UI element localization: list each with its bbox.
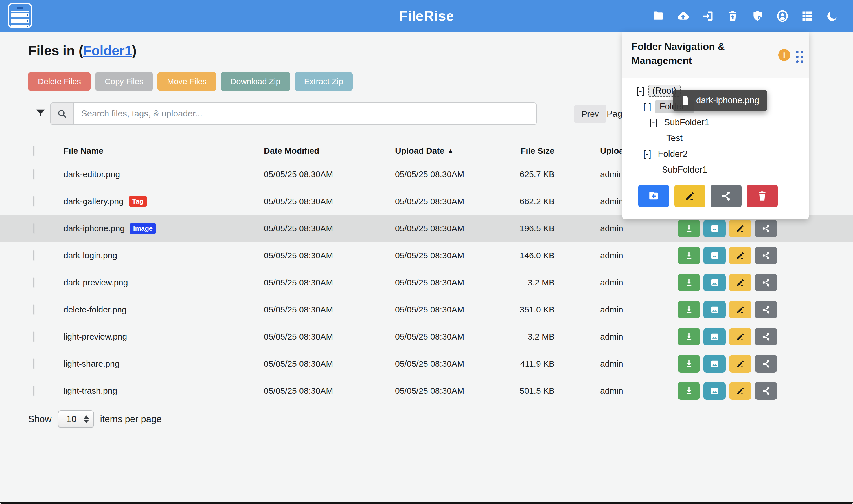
rename-folder-button[interactable] (674, 185, 706, 207)
rename-file-button[interactable] (729, 220, 751, 237)
share-file-button[interactable] (755, 247, 777, 264)
current-folder-link[interactable]: Folder1 (83, 43, 132, 58)
table-row[interactable]: light-trash.png 05/05/25 08:30AM 05/05/2… (0, 377, 853, 404)
table-row[interactable]: light-preview.png 05/05/25 08:30AM 05/05… (0, 323, 853, 350)
items-per-page-select[interactable]: 10 (58, 410, 94, 428)
row-checkbox[interactable] (33, 250, 34, 260)
row-checkbox[interactable] (33, 385, 34, 396)
uploader-cell: admin (600, 251, 623, 260)
tree-item-subfolder1[interactable]: [-] SubFolder1 (622, 114, 809, 130)
tree-item-folder2[interactable]: [-] Folder2 (622, 146, 809, 162)
date-modified-cell: 05/05/25 08:30AM (264, 197, 333, 206)
column-header-date-modified[interactable]: Date Modified (264, 146, 319, 156)
tree-toggle[interactable]: [-] (650, 117, 657, 127)
rename-file-button[interactable] (729, 301, 751, 319)
download-file-button[interactable] (678, 301, 700, 319)
rename-file-button[interactable] (729, 328, 751, 345)
file-icon (681, 95, 691, 106)
download-file-button[interactable] (678, 355, 700, 373)
download-file-button[interactable] (678, 220, 700, 237)
rename-file-button[interactable] (729, 382, 751, 400)
select-all-checkbox[interactable] (33, 146, 34, 156)
row-checkbox[interactable] (33, 277, 34, 288)
share-file-button[interactable] (755, 274, 777, 291)
page-title-suffix: ) (132, 43, 137, 58)
apps-grid-icon[interactable] (801, 10, 814, 22)
move-files-button[interactable]: Move Files (157, 72, 216, 91)
tree-toggle[interactable]: [-] (643, 102, 651, 112)
row-checkbox[interactable] (33, 358, 34, 369)
sign-in-icon[interactable] (702, 10, 714, 22)
delete-folder-button[interactable] (747, 185, 778, 207)
create-folder-button[interactable] (638, 185, 669, 207)
date-modified-cell: 05/05/25 08:30AM (264, 251, 333, 260)
admin-shield-icon[interactable] (751, 10, 764, 22)
tree-label[interactable]: SubFolder1 (661, 116, 712, 128)
share-file-button[interactable] (755, 301, 777, 319)
preview-image-button[interactable] (704, 382, 726, 400)
column-header-file-name[interactable]: File Name (64, 146, 104, 156)
search-input[interactable] (73, 102, 537, 125)
folder-icon[interactable] (652, 10, 664, 22)
share-file-button[interactable] (755, 220, 777, 237)
download-file-button[interactable] (678, 382, 700, 400)
rename-file-button[interactable] (729, 247, 751, 264)
tree-label[interactable]: SubFolder1 (659, 164, 710, 176)
download-file-button[interactable] (678, 328, 700, 345)
uploader-cell: admin (600, 224, 623, 233)
table-row[interactable]: delete-folder.png 05/05/25 08:30AM 05/05… (0, 296, 853, 323)
row-checkbox[interactable] (33, 196, 34, 206)
preview-image-button[interactable] (704, 247, 726, 264)
header-icon-row (652, 0, 838, 32)
file-name-cell: light-preview.png (64, 332, 127, 342)
user-icon[interactable] (776, 10, 789, 22)
rename-file-button[interactable] (729, 355, 751, 373)
file-size-cell: 411.9 KB (457, 359, 554, 368)
row-checkbox[interactable] (33, 223, 34, 234)
table-row[interactable]: dark-preview.png 05/05/25 08:30AM 05/05/… (0, 269, 853, 296)
share-file-button[interactable] (755, 328, 777, 345)
search-group (50, 102, 537, 125)
upload-date-cell: 05/05/25 08:30AM (395, 169, 464, 179)
row-checkbox[interactable] (33, 304, 34, 315)
dark-mode-icon[interactable] (826, 10, 838, 22)
share-file-button[interactable] (755, 382, 777, 400)
download-file-button[interactable] (678, 274, 700, 291)
copy-files-button[interactable]: Copy Files (95, 72, 153, 91)
preview-image-button[interactable] (704, 274, 726, 291)
preview-image-button[interactable] (704, 355, 726, 373)
table-row[interactable]: light-share.png 05/05/25 08:30AM 05/05/2… (0, 350, 853, 377)
row-checkbox[interactable] (33, 169, 34, 179)
cloud-upload-icon[interactable] (677, 10, 689, 22)
file-size-cell: 625.7 KB (457, 169, 554, 179)
table-row[interactable]: dark-login.png 05/05/25 08:30AM 05/05/25… (0, 242, 853, 269)
tree-toggle[interactable]: [-] (643, 149, 651, 159)
row-checkbox[interactable] (33, 331, 34, 342)
share-folder-button[interactable] (711, 185, 742, 207)
preview-image-button[interactable] (704, 220, 726, 237)
column-header-file-size[interactable]: File Size (457, 146, 554, 156)
rename-file-button[interactable] (729, 274, 751, 291)
filter-icon[interactable] (35, 107, 46, 119)
tree-item-subfolder1-2[interactable]: SubFolder1 (622, 162, 809, 178)
file-name-cell: dark-iphone.pngImage (64, 223, 156, 234)
drag-handle-icon[interactable] (796, 51, 804, 63)
image-badge: Image (130, 223, 156, 234)
delete-files-button[interactable]: Delete Files (28, 72, 91, 91)
preview-image-button[interactable] (704, 328, 726, 345)
trash-restore-icon[interactable] (727, 10, 739, 22)
download-file-button[interactable] (678, 247, 700, 264)
column-header-upload-date[interactable]: Upload Date▲ (395, 146, 454, 156)
tree-label[interactable]: Folder2 (655, 148, 691, 160)
row-actions (678, 382, 777, 400)
info-icon[interactable]: i (778, 49, 790, 61)
download-zip-button[interactable]: Download Zip (221, 72, 290, 91)
extract-zip-button[interactable]: Extract Zip (295, 72, 353, 91)
share-file-button[interactable] (755, 355, 777, 373)
tree-item-test[interactable]: Test (622, 130, 809, 146)
pagination-prev-button[interactable]: Prev (574, 105, 606, 123)
tree-toggle[interactable]: [-] (637, 86, 644, 96)
preview-image-button[interactable] (704, 301, 726, 319)
tree-label[interactable]: Test (664, 132, 686, 144)
uploader-cell: admin (600, 305, 623, 314)
